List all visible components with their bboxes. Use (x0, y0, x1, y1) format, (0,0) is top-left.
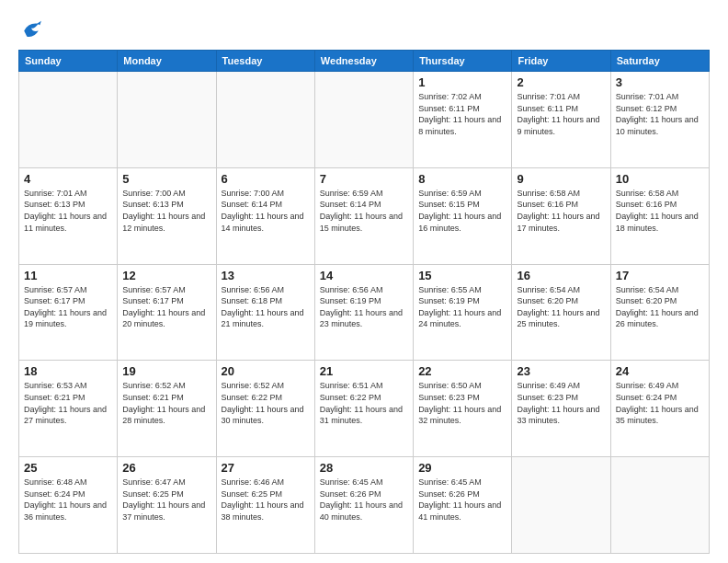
day-info: Sunrise: 6:45 AM Sunset: 6:26 PM Dayligh… (418, 477, 506, 523)
calendar-cell: 6Sunrise: 7:00 AM Sunset: 6:14 PM Daylig… (216, 167, 314, 264)
calendar-cell (512, 457, 610, 554)
day-number: 16 (517, 269, 605, 282)
calendar-week-row: 1Sunrise: 7:02 AM Sunset: 6:11 PM Daylig… (19, 72, 710, 168)
logo (18, 17, 48, 42)
calendar-cell: 17Sunrise: 6:54 AM Sunset: 6:20 PM Dayli… (610, 264, 709, 361)
calendar-cell: 29Sunrise: 6:45 AM Sunset: 6:26 PM Dayli… (414, 457, 512, 554)
day-info: Sunrise: 6:59 AM Sunset: 6:14 PM Dayligh… (320, 188, 408, 234)
day-info: Sunrise: 6:52 AM Sunset: 6:22 PM Dayligh… (222, 380, 310, 426)
calendar-cell: 21Sunrise: 6:51 AM Sunset: 6:22 PM Dayli… (314, 361, 413, 457)
day-number: 25 (24, 461, 112, 475)
day-number: 14 (320, 269, 408, 282)
day-info: Sunrise: 6:47 AM Sunset: 6:25 PM Dayligh… (122, 477, 210, 523)
day-number: 19 (122, 364, 210, 378)
calendar-table: SundayMondayTuesdayWednesdayThursdayFrid… (18, 50, 710, 554)
day-number: 3 (616, 75, 704, 89)
day-of-week-header: Tuesday (216, 51, 314, 72)
day-info: Sunrise: 6:58 AM Sunset: 6:16 PM Dayligh… (517, 188, 605, 234)
calendar-week-row: 25Sunrise: 6:48 AM Sunset: 6:24 PM Dayli… (19, 457, 710, 554)
day-info: Sunrise: 6:54 AM Sunset: 6:20 PM Dayligh… (616, 284, 704, 330)
calendar-cell: 25Sunrise: 6:48 AM Sunset: 6:24 PM Dayli… (19, 457, 118, 554)
calendar-cell: 24Sunrise: 6:49 AM Sunset: 6:24 PM Dayli… (610, 361, 709, 457)
calendar-cell (314, 72, 413, 168)
day-info: Sunrise: 7:01 AM Sunset: 6:11 PM Dayligh… (517, 91, 605, 137)
calendar-week-row: 18Sunrise: 6:53 AM Sunset: 6:21 PM Dayli… (19, 361, 710, 457)
day-info: Sunrise: 6:50 AM Sunset: 6:23 PM Dayligh… (418, 380, 506, 426)
day-number: 23 (517, 364, 605, 378)
day-info: Sunrise: 6:54 AM Sunset: 6:20 PM Dayligh… (517, 284, 605, 330)
day-number: 21 (320, 364, 408, 378)
calendar-cell (118, 72, 216, 168)
day-info: Sunrise: 6:45 AM Sunset: 6:26 PM Dayligh… (320, 477, 408, 523)
calendar-cell: 4Sunrise: 7:01 AM Sunset: 6:13 PM Daylig… (19, 167, 118, 264)
day-info: Sunrise: 7:00 AM Sunset: 6:14 PM Dayligh… (222, 188, 310, 234)
day-number: 2 (517, 75, 605, 89)
calendar-cell: 1Sunrise: 7:02 AM Sunset: 6:11 PM Daylig… (414, 72, 512, 168)
day-number: 26 (122, 461, 210, 475)
day-number: 8 (418, 172, 506, 186)
calendar-cell: 28Sunrise: 6:45 AM Sunset: 6:26 PM Dayli… (314, 457, 413, 554)
calendar-cell: 16Sunrise: 6:54 AM Sunset: 6:20 PM Dayli… (512, 264, 610, 361)
day-info: Sunrise: 6:49 AM Sunset: 6:24 PM Dayligh… (616, 380, 704, 426)
day-info: Sunrise: 6:52 AM Sunset: 6:21 PM Dayligh… (122, 380, 210, 426)
day-info: Sunrise: 6:57 AM Sunset: 6:17 PM Dayligh… (24, 284, 112, 330)
calendar-cell: 20Sunrise: 6:52 AM Sunset: 6:22 PM Dayli… (216, 361, 314, 457)
day-info: Sunrise: 7:01 AM Sunset: 6:12 PM Dayligh… (616, 91, 704, 137)
day-number: 6 (222, 172, 310, 186)
day-of-week-header: Thursday (414, 51, 512, 72)
calendar-cell: 5Sunrise: 7:00 AM Sunset: 6:13 PM Daylig… (118, 167, 216, 264)
calendar-cell: 9Sunrise: 6:58 AM Sunset: 6:16 PM Daylig… (512, 167, 610, 264)
day-info: Sunrise: 6:53 AM Sunset: 6:21 PM Dayligh… (24, 380, 112, 426)
calendar-cell (19, 72, 118, 168)
calendar-cell: 2Sunrise: 7:01 AM Sunset: 6:11 PM Daylig… (512, 72, 610, 168)
day-info: Sunrise: 6:46 AM Sunset: 6:25 PM Dayligh… (222, 477, 310, 523)
day-number: 18 (24, 364, 112, 378)
day-number: 28 (320, 461, 408, 475)
day-number: 11 (24, 269, 112, 282)
day-number: 22 (418, 364, 506, 378)
calendar-cell: 15Sunrise: 6:55 AM Sunset: 6:19 PM Dayli… (414, 264, 512, 361)
day-info: Sunrise: 6:57 AM Sunset: 6:17 PM Dayligh… (122, 284, 210, 330)
day-number: 17 (616, 269, 704, 282)
day-info: Sunrise: 6:58 AM Sunset: 6:16 PM Dayligh… (616, 188, 704, 234)
calendar-cell: 12Sunrise: 6:57 AM Sunset: 6:17 PM Dayli… (118, 264, 216, 361)
calendar-cell: 3Sunrise: 7:01 AM Sunset: 6:12 PM Daylig… (610, 72, 709, 168)
day-info: Sunrise: 6:48 AM Sunset: 6:24 PM Dayligh… (24, 477, 112, 523)
day-number: 29 (418, 461, 506, 475)
day-number: 12 (122, 269, 210, 282)
calendar-cell: 11Sunrise: 6:57 AM Sunset: 6:17 PM Dayli… (19, 264, 118, 361)
logo-icon (18, 17, 44, 42)
day-of-week-header: Saturday (610, 51, 709, 72)
day-info: Sunrise: 7:01 AM Sunset: 6:13 PM Dayligh… (24, 188, 112, 234)
day-info: Sunrise: 7:02 AM Sunset: 6:11 PM Dayligh… (418, 91, 506, 137)
day-number: 1 (418, 75, 506, 89)
calendar-cell: 22Sunrise: 6:50 AM Sunset: 6:23 PM Dayli… (414, 361, 512, 457)
calendar-cell: 10Sunrise: 6:58 AM Sunset: 6:16 PM Dayli… (610, 167, 709, 264)
day-number: 10 (616, 172, 704, 186)
calendar-cell: 27Sunrise: 6:46 AM Sunset: 6:25 PM Dayli… (216, 457, 314, 554)
day-number: 4 (24, 172, 112, 186)
day-of-week-header: Wednesday (314, 51, 413, 72)
day-of-week-header: Monday (118, 51, 216, 72)
day-number: 5 (122, 172, 210, 186)
day-number: 15 (418, 269, 506, 282)
day-info: Sunrise: 6:49 AM Sunset: 6:23 PM Dayligh… (517, 380, 605, 426)
page-header (18, 17, 710, 42)
calendar-cell (216, 72, 314, 168)
day-info: Sunrise: 7:00 AM Sunset: 6:13 PM Dayligh… (122, 188, 210, 234)
calendar-header-row: SundayMondayTuesdayWednesdayThursdayFrid… (19, 51, 710, 72)
calendar-cell: 13Sunrise: 6:56 AM Sunset: 6:18 PM Dayli… (216, 264, 314, 361)
calendar-cell: 23Sunrise: 6:49 AM Sunset: 6:23 PM Dayli… (512, 361, 610, 457)
day-number: 9 (517, 172, 605, 186)
day-number: 7 (320, 172, 408, 186)
day-number: 13 (222, 269, 310, 282)
calendar-cell (610, 457, 709, 554)
day-info: Sunrise: 6:56 AM Sunset: 6:19 PM Dayligh… (320, 284, 408, 330)
calendar-cell: 19Sunrise: 6:52 AM Sunset: 6:21 PM Dayli… (118, 361, 216, 457)
calendar-cell: 26Sunrise: 6:47 AM Sunset: 6:25 PM Dayli… (118, 457, 216, 554)
day-number: 20 (222, 364, 310, 378)
calendar-cell: 18Sunrise: 6:53 AM Sunset: 6:21 PM Dayli… (19, 361, 118, 457)
day-info: Sunrise: 6:56 AM Sunset: 6:18 PM Dayligh… (222, 284, 310, 330)
day-info: Sunrise: 6:55 AM Sunset: 6:19 PM Dayligh… (418, 284, 506, 330)
day-number: 27 (222, 461, 310, 475)
